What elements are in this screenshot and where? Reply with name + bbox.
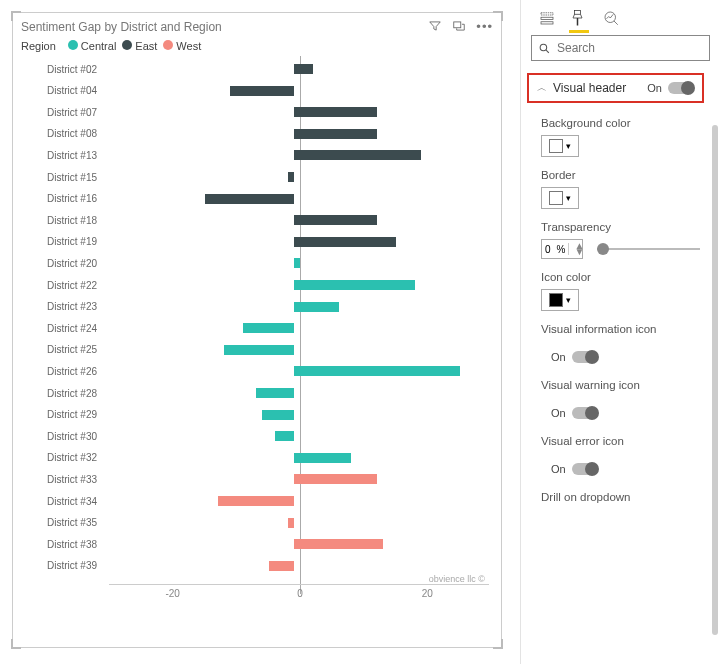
bar-area — [103, 322, 489, 334]
axis-tick-label: 0 — [297, 588, 303, 599]
category-label: District #35 — [13, 517, 103, 528]
category-label: District #16 — [13, 193, 103, 204]
border-color-picker[interactable]: ▾ — [541, 187, 579, 209]
transparency-slider[interactable] — [597, 248, 700, 250]
bar-area — [103, 128, 489, 140]
prop-label: Visual warning icon — [541, 379, 700, 391]
bar-area — [103, 538, 489, 550]
bar[interactable] — [224, 345, 294, 355]
category-label: District #38 — [13, 539, 103, 550]
format-tab-icon — [569, 8, 589, 28]
bar[interactable] — [294, 539, 383, 549]
chevron-up-icon: ︿ — [537, 81, 547, 95]
bar[interactable] — [256, 388, 294, 398]
legend-swatch — [68, 40, 78, 50]
visual-header-section[interactable]: ︿ Visual header On — [527, 73, 704, 103]
bar[interactable] — [294, 302, 339, 312]
format-properties: ︿ Visual header On Background color ▾ Bo… — [521, 69, 720, 664]
bar[interactable] — [243, 323, 294, 333]
legend-swatch — [122, 40, 132, 50]
chart-row: District #24 — [13, 319, 489, 337]
bar[interactable] — [205, 194, 294, 204]
bar-area — [103, 387, 489, 399]
bar[interactable] — [294, 474, 377, 484]
category-label: District #32 — [13, 452, 103, 463]
category-label: District #08 — [13, 128, 103, 139]
transparency-input[interactable]: 0 % ▲▼ — [541, 239, 583, 259]
analytics-tab-icon[interactable] — [601, 8, 621, 28]
color-sample — [549, 293, 563, 307]
search-input[interactable] — [557, 41, 707, 55]
bar[interactable] — [294, 129, 377, 139]
scrollbar[interactable] — [712, 125, 718, 635]
category-label: District #34 — [13, 496, 103, 507]
bar[interactable] — [294, 280, 415, 290]
search-box[interactable] — [531, 35, 710, 61]
category-label: District #20 — [13, 258, 103, 269]
legend-item-label: East — [135, 40, 157, 52]
chart-row: District #07 — [13, 103, 489, 121]
bar[interactable] — [294, 258, 300, 268]
axis-tick-label: 20 — [422, 588, 433, 599]
filter-icon[interactable] — [428, 19, 442, 34]
category-label: District #15 — [13, 172, 103, 183]
transparency-unit: % — [554, 244, 569, 255]
visual-info-toggle[interactable]: On — [551, 351, 700, 363]
chevron-down-icon: ▾ — [566, 141, 571, 151]
bar[interactable] — [269, 561, 294, 571]
chart-row: District #35 — [13, 514, 489, 532]
prop-label: Drill on dropdown — [541, 491, 700, 503]
svg-rect-0 — [454, 22, 461, 28]
category-label: District #30 — [13, 431, 103, 442]
background-color-picker[interactable]: ▾ — [541, 135, 579, 157]
bar[interactable] — [294, 366, 460, 376]
chart-row: District #19 — [13, 233, 489, 251]
bar[interactable] — [294, 107, 377, 117]
prop-transparency: Transparency 0 % ▲▼ — [521, 215, 710, 265]
visual-warn-toggle[interactable]: On — [551, 407, 700, 419]
bar-area — [103, 149, 489, 161]
bar[interactable] — [294, 64, 313, 74]
category-label: District #39 — [13, 560, 103, 571]
chart-row: District #32 — [13, 449, 489, 467]
svg-rect-1 — [541, 13, 553, 15]
pane-tabs — [521, 0, 720, 35]
chart-row: District #38 — [13, 535, 489, 553]
bar[interactable] — [262, 410, 294, 420]
prop-label: Icon color — [541, 271, 700, 283]
bar-area — [103, 85, 489, 97]
transparency-value: 0 — [542, 244, 554, 255]
visual-header: Sentiment Gap by District and Region ••• — [13, 13, 501, 34]
bar[interactable] — [294, 150, 421, 160]
visual-title: Sentiment Gap by District and Region — [21, 20, 222, 34]
bar[interactable] — [294, 453, 351, 463]
icon-color-picker[interactable]: ▾ — [541, 289, 579, 311]
format-tab[interactable] — [569, 8, 589, 33]
category-label: District #24 — [13, 323, 103, 334]
bar-area — [103, 301, 489, 313]
category-label: District #29 — [13, 409, 103, 420]
bar[interactable] — [294, 237, 396, 247]
prop-visual-info-icon: Visual information icon — [521, 317, 710, 347]
bar[interactable] — [218, 496, 294, 506]
bar-area — [103, 495, 489, 507]
slider-knob[interactable] — [597, 243, 609, 255]
visual-err-toggle[interactable]: On — [551, 463, 700, 475]
visual-header-toggle[interactable]: On — [647, 82, 694, 94]
prop-label: Visual information icon — [541, 323, 700, 335]
bar[interactable] — [288, 172, 294, 182]
bar-area — [103, 365, 489, 377]
chart-row: District #08 — [13, 125, 489, 143]
bar[interactable] — [288, 518, 294, 528]
prop-label: Border — [541, 169, 700, 181]
stepper-arrows[interactable]: ▲▼ — [568, 243, 589, 255]
axis-tick-label: -20 — [165, 588, 179, 599]
bar[interactable] — [230, 86, 294, 96]
bar[interactable] — [294, 215, 377, 225]
fields-tab-icon[interactable] — [537, 8, 557, 28]
more-options-icon[interactable]: ••• — [476, 19, 493, 34]
prop-label: Transparency — [541, 221, 700, 233]
bar[interactable] — [275, 431, 294, 441]
focus-mode-icon[interactable] — [452, 19, 466, 34]
visual-container[interactable]: Sentiment Gap by District and Region •••… — [12, 12, 502, 648]
